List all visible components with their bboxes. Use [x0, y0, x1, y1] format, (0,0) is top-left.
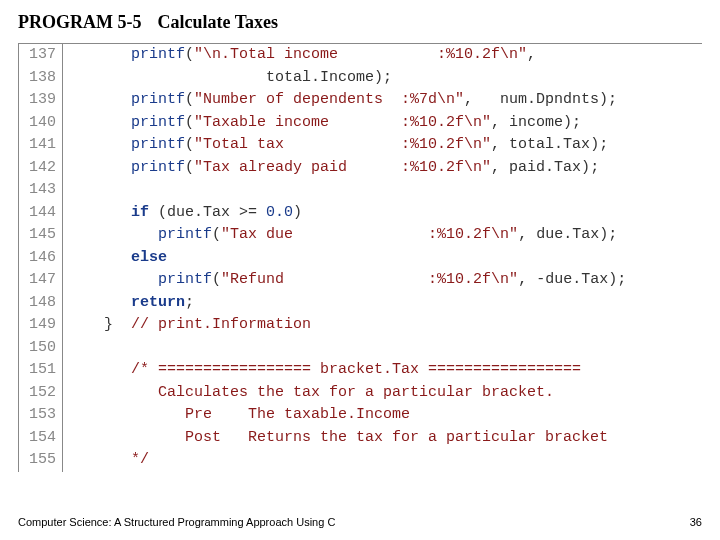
line-number: 138 — [19, 67, 63, 90]
code-line: total.Income); — [63, 67, 392, 90]
code-row: 153 Pre The taxable.Income — [19, 404, 702, 427]
code-row: 145 printf("Tax due :%10.2f\n", due.Tax)… — [19, 224, 702, 247]
line-number: 149 — [19, 314, 63, 337]
code-line: Post Returns the tax for a particular br… — [63, 427, 608, 450]
code-row: 143 — [19, 179, 702, 202]
code-row: 138 total.Income); — [19, 67, 702, 90]
code-row: 152 Calculates the tax for a particular … — [19, 382, 702, 405]
line-number: 148 — [19, 292, 63, 315]
code-line: /* ================= bracket.Tax =======… — [63, 359, 581, 382]
line-number: 137 — [19, 44, 63, 67]
line-number: 152 — [19, 382, 63, 405]
code-line: Pre The taxable.Income — [63, 404, 410, 427]
line-number: 155 — [19, 449, 63, 472]
program-label: PROGRAM 5-5 — [18, 12, 141, 33]
code-line: printf("Number of dependents :%7d\n", nu… — [63, 89, 617, 112]
page-number: 36 — [690, 516, 702, 528]
code-row: 155 */ — [19, 449, 702, 472]
code-line — [63, 179, 77, 202]
line-number: 145 — [19, 224, 63, 247]
line-number: 146 — [19, 247, 63, 270]
code-line: printf("Taxable income :%10.2f\n", incom… — [63, 112, 581, 135]
line-number: 139 — [19, 89, 63, 112]
code-line: } // print.Information — [63, 314, 311, 337]
code-row: 150 — [19, 337, 702, 360]
code-row: 147 printf("Refund :%10.2f\n", -due.Tax)… — [19, 269, 702, 292]
code-line: printf("Tax already paid :%10.2f\n", pai… — [63, 157, 599, 180]
line-number: 141 — [19, 134, 63, 157]
code-row: 142 printf("Tax already paid :%10.2f\n",… — [19, 157, 702, 180]
program-title: Calculate Taxes — [157, 12, 278, 33]
code-line: printf("Tax due :%10.2f\n", due.Tax); — [63, 224, 617, 247]
code-listing: 137 printf("\n.Total income :%10.2f\n",1… — [18, 43, 702, 472]
line-number: 140 — [19, 112, 63, 135]
code-line: Calculates the tax for a particular brac… — [63, 382, 554, 405]
code-line: */ — [63, 449, 149, 472]
line-number: 147 — [19, 269, 63, 292]
code-line: printf("Refund :%10.2f\n", -due.Tax); — [63, 269, 626, 292]
code-row: 141 printf("Total tax :%10.2f\n", total.… — [19, 134, 702, 157]
line-number: 150 — [19, 337, 63, 360]
code-line: if (due.Tax >= 0.0) — [63, 202, 302, 225]
code-row: 139 printf("Number of dependents :%7d\n"… — [19, 89, 702, 112]
line-number: 142 — [19, 157, 63, 180]
code-row: 151 /* ================= bracket.Tax ===… — [19, 359, 702, 382]
code-line: return; — [63, 292, 194, 315]
code-row: 148 return; — [19, 292, 702, 315]
line-number: 153 — [19, 404, 63, 427]
line-number: 154 — [19, 427, 63, 450]
code-line — [63, 337, 77, 360]
code-line: else — [63, 247, 167, 270]
slide-footer: Computer Science: A Structured Programmi… — [18, 516, 702, 528]
footer-left: Computer Science: A Structured Programmi… — [18, 516, 335, 528]
line-number: 144 — [19, 202, 63, 225]
code-row: 146 else — [19, 247, 702, 270]
code-row: 140 printf("Taxable income :%10.2f\n", i… — [19, 112, 702, 135]
code-line: printf("Total tax :%10.2f\n", total.Tax)… — [63, 134, 608, 157]
code-line: printf("\n.Total income :%10.2f\n", — [63, 44, 536, 67]
code-row: 137 printf("\n.Total income :%10.2f\n", — [19, 44, 702, 67]
code-row: 144 if (due.Tax >= 0.0) — [19, 202, 702, 225]
line-number: 151 — [19, 359, 63, 382]
program-header: PROGRAM 5-5 Calculate Taxes — [18, 12, 702, 33]
code-row: 154 Post Returns the tax for a particula… — [19, 427, 702, 450]
line-number: 143 — [19, 179, 63, 202]
code-row: 149 } // print.Information — [19, 314, 702, 337]
